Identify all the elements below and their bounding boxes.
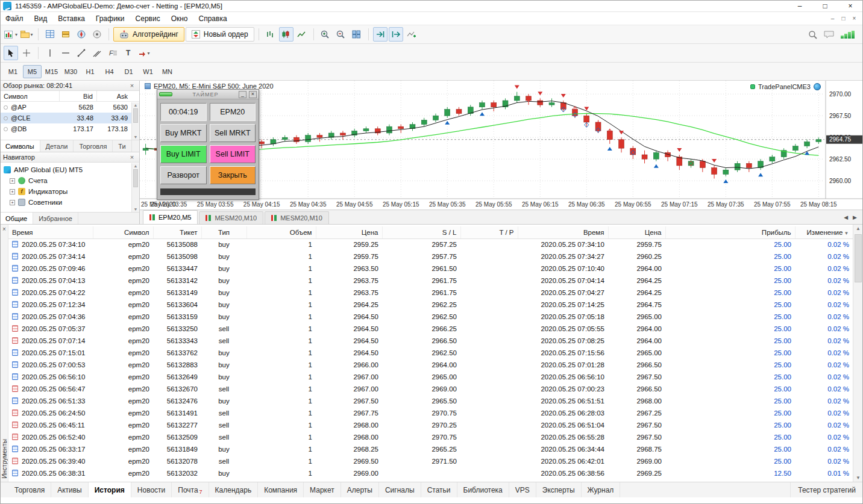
window-close-button[interactable]: ×	[838, 0, 863, 11]
expand-icon[interactable]: +	[10, 178, 15, 184]
buy-market-button[interactable]: Buy MRKT	[160, 124, 207, 142]
history-column-header[interactable]: Цена	[608, 226, 665, 238]
navigator-button[interactable]	[74, 27, 89, 42]
market-watch-scrollbar[interactable]: ▲ ▼	[131, 102, 139, 140]
table-row[interactable]: 2020.05.25 07:00:53epm2056132883buy12966…	[8, 359, 853, 371]
close-icon[interactable]: ×	[0, 226, 8, 232]
history-column-header[interactable]: Объем	[246, 226, 316, 238]
indicators-button[interactable]	[404, 27, 419, 42]
table-row[interactable]: 2020.05.25 06:38:31epm2056132032buy12969…	[8, 467, 853, 479]
chart-tab[interactable]: EPM20,M5	[143, 210, 198, 224]
market-watch-button[interactable]	[43, 27, 57, 42]
navigator-item-Советники[interactable]: +Советники	[0, 197, 139, 208]
toolbox-tab-История[interactable]: История	[89, 482, 131, 497]
zoom-out-button[interactable]	[334, 27, 348, 42]
toolbox-tab-Статьи[interactable]: Статьи	[421, 482, 457, 497]
market-watch-row[interactable]: @AP56285630	[0, 102, 139, 113]
timeframe-D1[interactable]: D1	[119, 65, 138, 78]
table-row[interactable]: 2020.05.25 07:04:13epm2056133142buy12963…	[8, 275, 853, 287]
history-column-header[interactable]: Тип	[201, 226, 246, 238]
tabs-scroll-right-icon[interactable]: ▶	[853, 214, 857, 220]
table-row[interactable]: 2020.05.25 07:04:22epm2056133149buy12963…	[8, 287, 853, 299]
menu-item-Графики[interactable]: Графики	[90, 13, 130, 24]
timeframe-W1[interactable]: W1	[139, 65, 157, 78]
toolbox-tab-Компания[interactable]: Компания	[258, 482, 304, 497]
profiles-button[interactable]: ▾	[19, 27, 34, 42]
chart-shift-button[interactable]	[389, 27, 403, 42]
history-column-header[interactable]: Время	[8, 226, 93, 238]
table-row[interactable]: 2020.05.25 07:34:10epm2056135088buy12959…	[8, 238, 853, 250]
navigator-item-Счета[interactable]: +Счета	[0, 175, 139, 186]
auto-scroll-button[interactable]	[373, 27, 388, 42]
menu-item-Окно[interactable]: Окно	[166, 13, 193, 24]
history-column-header[interactable]: Прибыль	[665, 226, 795, 238]
toolbox-tab-Календарь[interactable]: Календарь	[209, 482, 259, 497]
strategy-tester-tab[interactable]: Тестер стратегий	[790, 482, 863, 497]
toolbox-tab-Сигналы[interactable]: Сигналы	[379, 482, 421, 497]
toolbox-tab-Журнал[interactable]: Журнал	[582, 482, 621, 497]
history-column-header[interactable]: Изменение ▼	[795, 226, 853, 238]
trade-panel-titlebar[interactable]: ТАЙМЕР _ ×	[157, 90, 259, 99]
market-watch-tab-Детали[interactable]: Детали	[40, 140, 74, 152]
menu-item-Сервис[interactable]: Сервис	[130, 13, 166, 24]
toolbox-tab-Новости[interactable]: Новости	[131, 482, 172, 497]
navigator-item-Индикаторы[interactable]: +fИндикаторы	[0, 186, 139, 197]
tabs-scroll-left-icon[interactable]: ◀	[844, 214, 848, 220]
table-row[interactable]: 2020.05.25 06:39:40epm2056132078sell1296…	[8, 455, 853, 467]
timeframe-H4[interactable]: H4	[100, 65, 119, 78]
tile-windows-button[interactable]	[350, 27, 364, 42]
expand-icon[interactable]: +	[10, 189, 15, 194]
cursor-tool-button[interactable]	[4, 46, 18, 60]
buy-limit-button[interactable]: Buy LIMIT	[160, 145, 207, 163]
timeframe-M1[interactable]: M1	[4, 65, 22, 78]
toolbox-tab-Алерты[interactable]: Алерты	[341, 482, 379, 497]
table-row[interactable]: 2020.05.25 06:52:40epm2056132509sell1296…	[8, 431, 853, 443]
navigator-tab-Общие[interactable]: Общие	[0, 213, 33, 224]
close-icon[interactable]: ×	[128, 82, 136, 89]
window-maximize-button[interactable]: □	[812, 0, 838, 11]
chart-tab[interactable]: MESM20,M10	[199, 211, 263, 224]
shapes-tool-button[interactable]: ▾	[137, 46, 151, 60]
channel-tool-button[interactable]	[90, 46, 104, 60]
table-row[interactable]: 2020.05.25 06:33:17epm2056131849buy12968…	[8, 443, 853, 455]
market-watch-tab-Символы[interactable]: Символы	[0, 140, 40, 152]
history-column-header[interactable]: S / L	[382, 226, 460, 238]
toolbox-tab-Маркет[interactable]: Маркет	[304, 482, 341, 497]
table-row[interactable]: 2020.05.25 07:05:37epm2056133250sell1296…	[8, 323, 853, 335]
market-watch-row[interactable]: @CLE33.4833.49	[0, 113, 139, 123]
trade-panel-close-button[interactable]: ×	[249, 91, 257, 98]
menu-item-Вид[interactable]: Вид	[29, 13, 53, 24]
data-window-button[interactable]	[58, 27, 73, 42]
horizontal-line-tool-button[interactable]	[58, 46, 73, 60]
sell-market-button[interactable]: Sell MRKT	[210, 124, 256, 142]
toolbox-tab-Активы[interactable]: Активы	[51, 482, 89, 497]
timeframe-M15[interactable]: M15	[42, 65, 61, 78]
navigator-tab-Избранное[interactable]: Избранное	[33, 213, 78, 224]
crosshair-tool-button[interactable]	[19, 46, 34, 60]
sell-limit-button[interactable]: Sell LIMIT	[210, 145, 256, 163]
table-row[interactable]: 2020.05.25 07:07:14epm2056133343sell1296…	[8, 335, 853, 347]
market-watch-row[interactable]: @DB173.17173.18	[0, 123, 139, 134]
timeframe-M30[interactable]: M30	[61, 65, 80, 78]
navigator-scrollbar[interactable]: ▲ ▼	[131, 163, 139, 212]
timeframe-MN[interactable]: MN	[158, 65, 177, 78]
menu-item-Файл[interactable]: Файл	[0, 13, 29, 24]
zoom-in-button[interactable]	[318, 27, 333, 42]
reverse-button[interactable]: Разворот	[160, 166, 207, 184]
history-column-header[interactable]: Тикет	[153, 226, 201, 238]
candles-mode-button[interactable]	[279, 27, 293, 42]
window-minimize-button[interactable]: –	[787, 0, 812, 11]
table-row[interactable]: 2020.05.25 06:45:11epm2056132277sell1296…	[8, 419, 853, 431]
table-row[interactable]: 2020.05.25 06:24:50epm2056131491sell1296…	[8, 407, 853, 419]
chart-tab[interactable]: MESM20,M10	[265, 211, 329, 224]
fibonacci-tool-button[interactable]: F	[105, 46, 120, 60]
table-row[interactable]: 2020.05.25 06:51:33epm2056132476buy12967…	[8, 395, 853, 407]
market-watch-tab-Ти[interactable]: Ти	[113, 140, 131, 152]
table-row[interactable]: 2020.05.25 06:56:10epm2056132649buy12967…	[8, 371, 853, 383]
text-tool-button[interactable]: T	[121, 46, 136, 60]
table-row[interactable]: 2020.05.25 07:04:36epm2056133159buy12964…	[8, 311, 853, 323]
close-icon[interactable]: ×	[128, 154, 136, 161]
line-mode-button[interactable]	[295, 27, 309, 42]
table-row[interactable]: 2020.05.25 07:09:46epm2056133447buy12963…	[8, 263, 853, 275]
menu-item-Вставка[interactable]: Вставка	[52, 13, 90, 24]
